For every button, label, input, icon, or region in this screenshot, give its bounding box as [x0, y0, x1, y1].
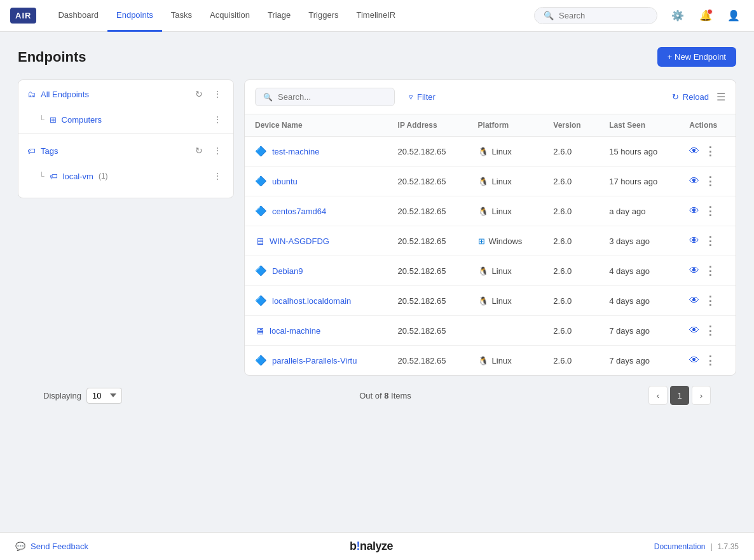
sidebar-tags[interactable]: 🏷 Tags	[27, 146, 58, 156]
actions-cell: 👁 ⋮	[679, 137, 736, 167]
per-page-select[interactable]: 10 25 50 100	[86, 388, 122, 404]
footer-brand: b!nalyze	[350, 540, 393, 553]
view-endpoint-button[interactable]: 👁	[689, 265, 699, 277]
tags-actions: ↻ ⋮	[193, 144, 224, 157]
platform-text: Linux	[492, 296, 512, 306]
actions-cell: 👁 ⋮	[679, 196, 736, 226]
columns-toggle-button[interactable]: ☰	[716, 91, 725, 103]
computers-label-container[interactable]: └ ⊞ Computers	[39, 115, 102, 125]
device-name[interactable]: ubuntu	[272, 177, 298, 186]
documentation-link[interactable]: Documentation	[654, 542, 706, 551]
local-vm-label-container[interactable]: └ 🏷 local-vm (1)	[39, 172, 108, 181]
view-endpoint-button[interactable]: 👁	[689, 146, 699, 157]
footer: 💬 Send Feedback b!nalyze Documentation |…	[0, 532, 754, 560]
platform-cell: 🐧Linux	[468, 286, 544, 316]
table-row: 🔷 test-machine 20.52.182.65 🐧Linux 2.6.0…	[245, 137, 736, 167]
linux-icon: 🐧	[478, 147, 488, 156]
sidebar-all-endpoints[interactable]: 🗂 All Endpoints	[27, 90, 89, 99]
last-seen-cell: 7 days ago	[599, 346, 679, 376]
linux-icon: 🐧	[478, 296, 488, 306]
actions-cell: 👁 ⋮	[679, 256, 736, 286]
device-name[interactable]: centos7amd64	[272, 207, 326, 216]
more-endpoint-button[interactable]: ⋮	[704, 144, 716, 158]
new-endpoint-button[interactable]: + New Endpoint	[657, 47, 736, 67]
feedback-label: Send Feedback	[31, 542, 88, 551]
endpoint-icon: 🔷	[255, 146, 267, 157]
view-endpoint-button[interactable]: 👁	[689, 175, 699, 187]
last-seen-cell: a day ago	[599, 196, 679, 226]
view-endpoint-button[interactable]: 👁	[689, 355, 699, 366]
more-all-endpoints-icon[interactable]: ⋮	[210, 88, 224, 100]
notifications-icon[interactable]: 🔔	[696, 6, 716, 26]
filter-button[interactable]: ▿ Filter	[402, 88, 442, 106]
device-name[interactable]: local-machine	[270, 326, 320, 336]
more-local-vm-icon[interactable]: ⋮	[210, 170, 224, 182]
last-seen-cell: 3 days ago	[599, 226, 679, 256]
sidebar: 🗂 All Endpoints ↻ ⋮ └ ⊞ Computers ⋮	[18, 79, 234, 198]
nav-dashboard[interactable]: Dashboard	[49, 0, 107, 32]
more-endpoint-button[interactable]: ⋮	[704, 264, 716, 278]
nav-timelineir[interactable]: TimelineIR	[348, 0, 405, 32]
more-endpoint-button[interactable]: ⋮	[704, 324, 716, 338]
more-endpoint-button[interactable]: ⋮	[704, 353, 716, 367]
more-endpoint-button[interactable]: ⋮	[704, 294, 716, 308]
more-computers-icon[interactable]: ⋮	[210, 113, 224, 126]
view-endpoint-button[interactable]: 👁	[689, 235, 699, 247]
global-search-box[interactable]: 🔍	[534, 7, 657, 24]
app-logo: AIR	[10, 8, 36, 24]
table-search-input[interactable]	[278, 92, 380, 102]
filter-label: Filter	[417, 92, 435, 102]
last-seen-cell: 4 days ago	[599, 256, 679, 286]
table-right-actions: ↻ Reload ☰	[672, 91, 725, 103]
search-icon: 🔍	[544, 11, 554, 20]
ip-address-cell: 20.52.182.65	[388, 346, 468, 376]
more-endpoint-button[interactable]: ⋮	[704, 174, 716, 188]
device-name[interactable]: Debian9	[272, 266, 303, 276]
reload-button[interactable]: ↻ Reload	[672, 92, 709, 102]
view-endpoint-button[interactable]: 👁	[689, 295, 699, 306]
col-actions: Actions	[679, 114, 736, 137]
view-endpoint-button[interactable]: 👁	[689, 325, 699, 336]
nav-triggers[interactable]: Triggers	[299, 0, 347, 32]
more-endpoint-button[interactable]: ⋮	[704, 234, 716, 248]
more-tags-icon[interactable]: ⋮	[210, 144, 224, 157]
nav-tasks[interactable]: Tasks	[162, 0, 201, 32]
table-search-box[interactable]: 🔍	[255, 88, 395, 106]
refresh-all-endpoints-icon[interactable]: ↻	[193, 88, 205, 100]
local-vm-label: local-vm	[63, 172, 93, 181]
device-name[interactable]: WIN-ASGDFDG	[270, 236, 329, 246]
more-endpoint-button[interactable]: ⋮	[704, 204, 716, 218]
nav-acquisition[interactable]: Acquisition	[201, 0, 259, 32]
nav-endpoints[interactable]: Endpoints	[107, 0, 162, 32]
actions-cell: 👁 ⋮	[679, 316, 736, 346]
settings-icon[interactable]: ⚙️	[668, 6, 688, 26]
next-page-button[interactable]: ›	[692, 386, 711, 405]
user-icon[interactable]: 👤	[723, 6, 744, 26]
view-endpoint-button[interactable]: 👁	[689, 205, 699, 217]
version-cell: 2.6.0	[543, 226, 599, 256]
top-navigation: AIR Dashboard Endpoints Tasks Acquisitio…	[0, 0, 754, 32]
page-1-button[interactable]: 1	[670, 386, 689, 405]
device-name[interactable]: test-machine	[272, 147, 319, 156]
version-cell: 2.6.0	[543, 137, 599, 167]
platform-cell: 🐧Linux	[468, 346, 544, 376]
device-name[interactable]: parallels-Parallels-Virtu	[272, 356, 357, 365]
version-cell: 2.6.0	[543, 316, 599, 346]
ip-address-cell: 20.52.182.65	[388, 137, 468, 167]
tree-line-tags-icon: └	[39, 172, 45, 181]
actions-cell: 👁 ⋮	[679, 346, 736, 376]
total-items: 8	[384, 391, 388, 400]
col-version: Version	[543, 114, 599, 137]
device-name[interactable]: localhost.localdomain	[272, 296, 351, 306]
device-name-cell: 🖥 local-machine	[245, 316, 388, 346]
prev-page-button[interactable]: ‹	[648, 386, 668, 405]
nav-triage[interactable]: Triage	[259, 0, 299, 32]
sidebar-all-endpoints-header: 🗂 All Endpoints ↻ ⋮	[18, 80, 233, 108]
platform-text: Linux	[492, 266, 512, 276]
tag-icon: 🏷	[27, 146, 36, 156]
platform-text: Linux	[492, 177, 512, 186]
col-device-name: Device Name	[245, 114, 388, 137]
send-feedback-button[interactable]: 💬 Send Feedback	[15, 542, 88, 551]
refresh-tags-icon[interactable]: ↻	[193, 144, 205, 157]
global-search-input[interactable]	[559, 11, 648, 20]
